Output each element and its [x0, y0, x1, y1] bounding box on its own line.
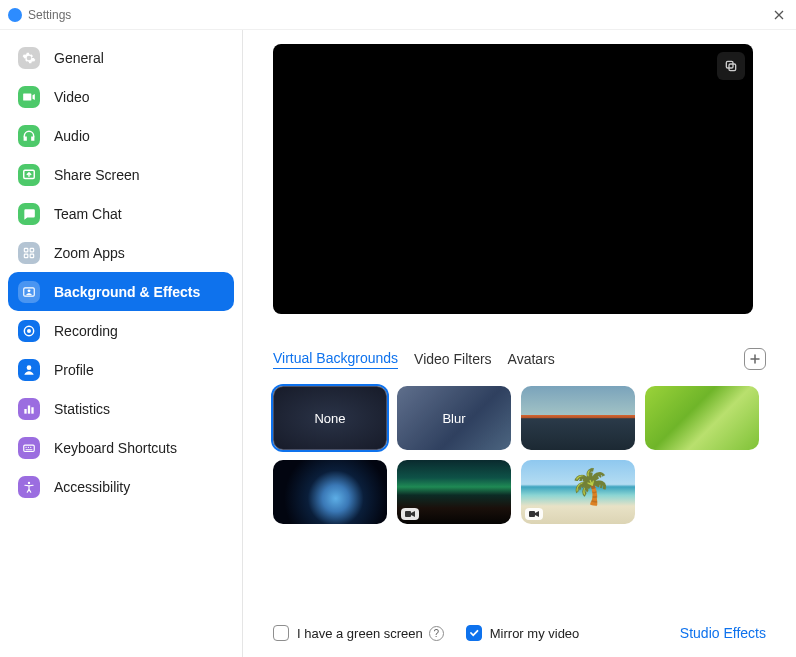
svg-rect-2	[30, 248, 34, 252]
svg-point-14	[28, 481, 30, 483]
sidebar-item-profile[interactable]: Profile	[8, 350, 234, 389]
bottom-options: I have a green screen ? Mirror my video …	[273, 625, 766, 641]
sidebar-label: Video	[54, 89, 90, 105]
person-card-icon	[18, 281, 40, 303]
rotate-button[interactable]	[717, 52, 745, 80]
sidebar-label: Audio	[54, 128, 90, 144]
apps-icon	[18, 242, 40, 264]
headphones-icon	[18, 125, 40, 147]
bg-tile-blur[interactable]: Blur	[397, 386, 511, 450]
bg-tile-aurora[interactable]	[397, 460, 511, 524]
svg-point-9	[27, 365, 32, 370]
bg-tile-beach[interactable]: 🌴	[521, 460, 635, 524]
bg-tile-none[interactable]: None	[273, 386, 387, 450]
bg-tile-bridge[interactable]	[521, 386, 635, 450]
sidebar-item-video[interactable]: Video	[8, 77, 234, 116]
sidebar-item-background-effects[interactable]: Background & Effects	[8, 272, 234, 311]
svg-rect-11	[28, 405, 30, 413]
svg-rect-13	[24, 445, 35, 451]
close-button[interactable]	[768, 4, 790, 26]
sidebar-label: General	[54, 50, 104, 66]
accessibility-icon	[18, 476, 40, 498]
video-icon	[18, 86, 40, 108]
green-screen-checkbox[interactable]	[273, 625, 289, 641]
tile-label: None	[314, 411, 345, 426]
video-preview	[273, 44, 753, 314]
green-screen-help-icon[interactable]: ?	[429, 626, 444, 641]
sidebar-item-recording[interactable]: Recording	[8, 311, 234, 350]
sidebar-item-audio[interactable]: Audio	[8, 116, 234, 155]
profile-icon	[18, 359, 40, 381]
sidebar-label: Background & Effects	[54, 284, 200, 300]
green-screen-label: I have a green screen	[297, 626, 423, 641]
effect-tabs: Virtual Backgrounds Video Filters Avatar…	[273, 348, 766, 370]
svg-point-6	[28, 289, 31, 292]
svg-rect-4	[30, 254, 34, 257]
tab-video-filters[interactable]: Video Filters	[414, 351, 492, 367]
main-panel: Virtual Backgrounds Video Filters Avatar…	[243, 30, 796, 657]
svg-rect-10	[24, 409, 26, 414]
tile-label: Blur	[442, 411, 465, 426]
sidebar-label: Team Chat	[54, 206, 122, 222]
keyboard-icon	[18, 437, 40, 459]
sidebar-item-share-screen[interactable]: Share Screen	[8, 155, 234, 194]
sidebar-label: Accessibility	[54, 479, 130, 495]
bg-tile-earth[interactable]	[273, 460, 387, 524]
sidebar-label: Statistics	[54, 401, 110, 417]
sidebar-item-team-chat[interactable]: Team Chat	[8, 194, 234, 233]
sidebar-label: Zoom Apps	[54, 245, 125, 261]
sidebar-label: Recording	[54, 323, 118, 339]
mirror-video-label: Mirror my video	[490, 626, 580, 641]
svg-point-8	[27, 328, 31, 332]
add-background-button[interactable]	[744, 348, 766, 370]
sidebar-item-general[interactable]: General	[8, 38, 234, 77]
sidebar-label: Keyboard Shortcuts	[54, 440, 177, 456]
sidebar-item-accessibility[interactable]: Accessibility	[8, 467, 234, 506]
video-badge-icon	[401, 508, 419, 520]
svg-rect-3	[24, 254, 28, 257]
svg-rect-18	[529, 511, 535, 517]
share-screen-icon	[18, 164, 40, 186]
mirror-video-checkbox[interactable]	[466, 625, 482, 641]
statistics-icon	[18, 398, 40, 420]
gear-icon	[18, 47, 40, 69]
sidebar-item-zoom-apps[interactable]: Zoom Apps	[8, 233, 234, 272]
chat-icon	[18, 203, 40, 225]
sidebar-item-statistics[interactable]: Statistics	[8, 389, 234, 428]
palm-decoration: 🌴	[567, 464, 612, 508]
svg-rect-1	[24, 248, 28, 252]
video-badge-icon	[525, 508, 543, 520]
svg-rect-17	[405, 511, 411, 517]
settings-sidebar: General Video Audio Share Screen Team Ch…	[0, 30, 243, 657]
record-icon	[18, 320, 40, 342]
sidebar-label: Share Screen	[54, 167, 140, 183]
svg-rect-12	[31, 407, 33, 413]
background-grid: None Blur 🌴	[273, 386, 763, 524]
app-icon	[8, 8, 22, 22]
sidebar-item-keyboard-shortcuts[interactable]: Keyboard Shortcuts	[8, 428, 234, 467]
titlebar: Settings	[0, 0, 796, 30]
tab-avatars[interactable]: Avatars	[508, 351, 555, 367]
sidebar-label: Profile	[54, 362, 94, 378]
studio-effects-link[interactable]: Studio Effects	[680, 625, 766, 641]
bg-tile-grass[interactable]	[645, 386, 759, 450]
tab-virtual-backgrounds[interactable]: Virtual Backgrounds	[273, 350, 398, 369]
window-title: Settings	[28, 8, 71, 22]
